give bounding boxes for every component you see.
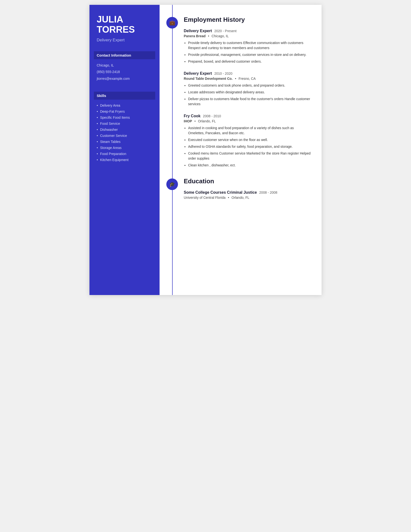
job-company: IHOP xyxy=(184,119,192,123)
skill-item: Dishwasher xyxy=(97,128,152,132)
education-icon-wrap: 🎓 xyxy=(166,179,178,190)
skill-item: Food Service xyxy=(97,122,152,125)
contact-email: jtorres@example.com xyxy=(97,76,152,81)
bullet-dot: • xyxy=(194,119,196,123)
job-location: Chicago, IL xyxy=(212,34,229,38)
contact-phone: (850) 555-2418 xyxy=(97,70,152,75)
job-bullet-item: Cooked menu items Customer service Marke… xyxy=(188,151,311,161)
skills-section: Skills Delivery AreaDeep-Fat FryersSpeci… xyxy=(97,92,152,164)
resume-container: JULIA TORRES Delivery Expert Contact Inf… xyxy=(89,5,322,295)
job-company: Panera Bread xyxy=(184,34,206,38)
job-location: Orlando, FL xyxy=(198,119,216,123)
skill-item: Deep-Fat Fryers xyxy=(97,110,152,114)
job-title-row: Delivery Expert2010 - 2020 xyxy=(184,71,311,76)
bullet-dot: • xyxy=(235,77,236,81)
candidate-name: JULIA TORRES xyxy=(97,15,152,35)
job-dates: 2020 - Present xyxy=(215,29,237,33)
job-bullet-item: Provide timely delivery to customers Eff… xyxy=(188,40,311,50)
job-bullet-item: Clean kitchen , dishwasher, ect. xyxy=(188,163,311,168)
job-title: Delivery Expert xyxy=(184,29,212,33)
skill-item: Storage Areas xyxy=(97,146,152,150)
job-block: Delivery Expert2010 - 2020Round Table De… xyxy=(184,71,311,107)
candidate-title: Delivery Expert xyxy=(97,38,152,43)
job-bullet-item: Prepared, boxed, and delivered customer … xyxy=(188,59,311,64)
education-section-heading: Education xyxy=(184,178,311,185)
edu-location: Orlando, FL xyxy=(231,196,249,200)
employment-section-heading: Employment History xyxy=(184,16,311,23)
jobs-container: Delivery Expert2020 - PresentPanera Brea… xyxy=(184,29,311,168)
job-bullet-item: Assisted in cooking and food preparation… xyxy=(188,125,311,136)
skill-item: Steam Tables xyxy=(97,140,152,144)
skill-item: Customer Service xyxy=(97,134,152,138)
job-title-row: Delivery Expert2020 - Present xyxy=(184,29,311,33)
contact-section: Contact Information Chicago, IL (850) 55… xyxy=(97,51,152,83)
employment-icon: 💼 xyxy=(169,20,175,26)
edu-container: Some College Courses Criminal Justice200… xyxy=(184,190,311,200)
job-bullets: Greeted customers and took phone orders,… xyxy=(184,83,311,107)
edu-school-row: University of Central Florida • Orlando,… xyxy=(184,196,311,200)
job-company-row: Panera Bread • Chicago, IL xyxy=(184,34,311,38)
job-title: Delivery Expert xyxy=(184,71,212,76)
job-company: Round Table Development Co. xyxy=(184,77,233,81)
bullet-dot: • xyxy=(208,34,209,38)
bullet-dot: • xyxy=(228,196,229,200)
edu-title-row: Some College Courses Criminal Justice200… xyxy=(184,190,311,195)
skill-item: Food Preparation xyxy=(97,152,152,156)
skill-item: Specific Food Items xyxy=(97,116,152,119)
job-bullet-item: Executed customer service when on the fl… xyxy=(188,137,311,142)
edu-dates: 2008 - 2008 xyxy=(259,190,277,194)
job-dates: 2008 - 2010 xyxy=(203,114,221,118)
education-section: 🎓 Education Some College Courses Crimina… xyxy=(159,178,311,200)
skills-section-title: Skills xyxy=(94,92,155,100)
job-title-row: Fry Cook2008 - 2010 xyxy=(184,114,311,118)
job-dates: 2010 - 2020 xyxy=(215,72,233,76)
skills-list: Delivery AreaDeep-Fat FryersSpecific Foo… xyxy=(97,104,152,162)
edu-school: University of Central Florida xyxy=(184,196,225,200)
job-company-row: Round Table Development Co. • Fresno, CA xyxy=(184,77,311,81)
skill-item: Delivery Area xyxy=(97,104,152,107)
job-bullet-item: Deliver pizzas to customers Made food to… xyxy=(188,96,311,107)
job-company-row: IHOP • Orlando, FL xyxy=(184,119,311,123)
skill-item: Kitchen Equipment xyxy=(97,158,152,162)
job-bullet-item: Greeted customers and took phone orders,… xyxy=(188,83,311,88)
edu-block: Some College Courses Criminal Justice200… xyxy=(184,190,311,200)
contact-city: Chicago, IL xyxy=(97,63,152,68)
main-content: 💼 Employment History Delivery Expert2020… xyxy=(159,5,322,295)
job-block: Delivery Expert2020 - PresentPanera Brea… xyxy=(184,29,311,64)
job-bullet-item: Provide professional, management, custom… xyxy=(188,52,311,57)
edu-degree: Some College Courses Criminal Justice xyxy=(184,190,257,195)
sidebar: JULIA TORRES Delivery Expert Contact Inf… xyxy=(89,5,159,295)
job-block: Fry Cook2008 - 2010IHOP • Orlando, FLAss… xyxy=(184,114,311,168)
job-bullets: Assisted in cooking and food preparation… xyxy=(184,125,311,168)
job-title: Fry Cook xyxy=(184,114,200,118)
job-bullets: Provide timely delivery to customers Eff… xyxy=(184,40,311,64)
employment-section: 💼 Employment History Delivery Expert2020… xyxy=(159,16,311,168)
education-icon: 🎓 xyxy=(169,181,175,187)
job-bullet-item: Locate addresses within designated deliv… xyxy=(188,90,311,95)
contact-section-title: Contact Information xyxy=(94,51,155,59)
job-location: Fresno, CA xyxy=(239,77,256,81)
job-bullet-item: Adhered to OSHA standards for safety, fo… xyxy=(188,144,311,149)
employment-icon-wrap: 💼 xyxy=(166,17,178,28)
